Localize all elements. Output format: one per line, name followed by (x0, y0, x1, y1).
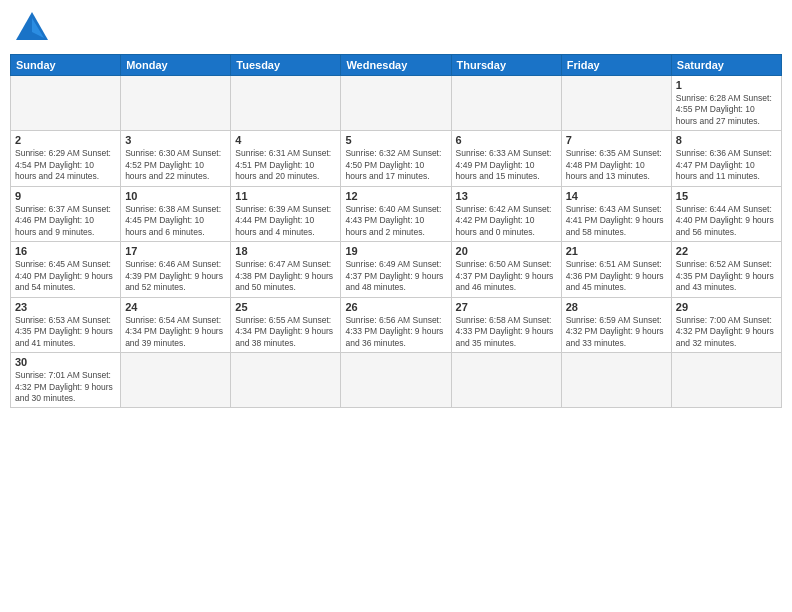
weekday-header-tuesday: Tuesday (231, 55, 341, 76)
weekday-header-saturday: Saturday (671, 55, 781, 76)
day-number: 22 (676, 245, 777, 257)
day-number: 28 (566, 301, 667, 313)
weekday-header-friday: Friday (561, 55, 671, 76)
calendar-cell: 2Sunrise: 6:29 AM Sunset: 4:54 PM Daylig… (11, 131, 121, 186)
calendar-cell: 22Sunrise: 6:52 AM Sunset: 4:35 PM Dayli… (671, 242, 781, 297)
day-number: 19 (345, 245, 446, 257)
calendar-week-row: 30Sunrise: 7:01 AM Sunset: 4:32 PM Dayli… (11, 353, 782, 408)
weekday-header-monday: Monday (121, 55, 231, 76)
calendar-cell: 6Sunrise: 6:33 AM Sunset: 4:49 PM Daylig… (451, 131, 561, 186)
day-number: 14 (566, 190, 667, 202)
calendar-cell: 14Sunrise: 6:43 AM Sunset: 4:41 PM Dayli… (561, 186, 671, 241)
day-info: Sunrise: 6:36 AM Sunset: 4:47 PM Dayligh… (676, 148, 777, 182)
day-number: 13 (456, 190, 557, 202)
calendar-cell: 25Sunrise: 6:55 AM Sunset: 4:34 PM Dayli… (231, 297, 341, 352)
calendar-week-row: 16Sunrise: 6:45 AM Sunset: 4:40 PM Dayli… (11, 242, 782, 297)
calendar-week-row: 23Sunrise: 6:53 AM Sunset: 4:35 PM Dayli… (11, 297, 782, 352)
day-info: Sunrise: 6:47 AM Sunset: 4:38 PM Dayligh… (235, 259, 336, 293)
weekday-header-wednesday: Wednesday (341, 55, 451, 76)
day-number: 4 (235, 134, 336, 146)
calendar-cell: 9Sunrise: 6:37 AM Sunset: 4:46 PM Daylig… (11, 186, 121, 241)
day-number: 2 (15, 134, 116, 146)
day-info: Sunrise: 6:51 AM Sunset: 4:36 PM Dayligh… (566, 259, 667, 293)
day-number: 16 (15, 245, 116, 257)
day-info: Sunrise: 6:58 AM Sunset: 4:33 PM Dayligh… (456, 315, 557, 349)
calendar-cell: 23Sunrise: 6:53 AM Sunset: 4:35 PM Dayli… (11, 297, 121, 352)
day-number: 24 (125, 301, 226, 313)
calendar-cell (451, 76, 561, 131)
day-info: Sunrise: 6:46 AM Sunset: 4:39 PM Dayligh… (125, 259, 226, 293)
day-info: Sunrise: 6:54 AM Sunset: 4:34 PM Dayligh… (125, 315, 226, 349)
day-number: 18 (235, 245, 336, 257)
calendar-cell: 1Sunrise: 6:28 AM Sunset: 4:55 PM Daylig… (671, 76, 781, 131)
day-number: 9 (15, 190, 116, 202)
day-number: 29 (676, 301, 777, 313)
day-number: 7 (566, 134, 667, 146)
calendar-cell (671, 353, 781, 408)
day-number: 20 (456, 245, 557, 257)
day-info: Sunrise: 6:59 AM Sunset: 4:32 PM Dayligh… (566, 315, 667, 349)
day-info: Sunrise: 6:35 AM Sunset: 4:48 PM Dayligh… (566, 148, 667, 182)
day-number: 12 (345, 190, 446, 202)
day-number: 27 (456, 301, 557, 313)
day-info: Sunrise: 6:31 AM Sunset: 4:51 PM Dayligh… (235, 148, 336, 182)
day-number: 23 (15, 301, 116, 313)
calendar-cell: 4Sunrise: 6:31 AM Sunset: 4:51 PM Daylig… (231, 131, 341, 186)
calendar-cell (561, 76, 671, 131)
calendar-cell: 7Sunrise: 6:35 AM Sunset: 4:48 PM Daylig… (561, 131, 671, 186)
calendar-cell: 20Sunrise: 6:50 AM Sunset: 4:37 PM Dayli… (451, 242, 561, 297)
day-info: Sunrise: 7:00 AM Sunset: 4:32 PM Dayligh… (676, 315, 777, 349)
day-info: Sunrise: 6:39 AM Sunset: 4:44 PM Dayligh… (235, 204, 336, 238)
calendar-cell: 13Sunrise: 6:42 AM Sunset: 4:42 PM Dayli… (451, 186, 561, 241)
calendar-cell: 19Sunrise: 6:49 AM Sunset: 4:37 PM Dayli… (341, 242, 451, 297)
day-info: Sunrise: 6:42 AM Sunset: 4:42 PM Dayligh… (456, 204, 557, 238)
calendar-cell (561, 353, 671, 408)
calendar-cell: 21Sunrise: 6:51 AM Sunset: 4:36 PM Dayli… (561, 242, 671, 297)
calendar-cell: 18Sunrise: 6:47 AM Sunset: 4:38 PM Dayli… (231, 242, 341, 297)
logo (10, 10, 50, 46)
weekday-header-thursday: Thursday (451, 55, 561, 76)
calendar-cell (341, 353, 451, 408)
calendar-cell: 27Sunrise: 6:58 AM Sunset: 4:33 PM Dayli… (451, 297, 561, 352)
day-info: Sunrise: 6:50 AM Sunset: 4:37 PM Dayligh… (456, 259, 557, 293)
calendar-cell (451, 353, 561, 408)
calendar-week-row: 9Sunrise: 6:37 AM Sunset: 4:46 PM Daylig… (11, 186, 782, 241)
day-info: Sunrise: 6:52 AM Sunset: 4:35 PM Dayligh… (676, 259, 777, 293)
day-info: Sunrise: 6:56 AM Sunset: 4:33 PM Dayligh… (345, 315, 446, 349)
day-number: 3 (125, 134, 226, 146)
calendar-cell: 29Sunrise: 7:00 AM Sunset: 4:32 PM Dayli… (671, 297, 781, 352)
day-number: 25 (235, 301, 336, 313)
weekday-header-sunday: Sunday (11, 55, 121, 76)
calendar-cell: 8Sunrise: 6:36 AM Sunset: 4:47 PM Daylig… (671, 131, 781, 186)
day-info: Sunrise: 6:45 AM Sunset: 4:40 PM Dayligh… (15, 259, 116, 293)
day-info: Sunrise: 6:40 AM Sunset: 4:43 PM Dayligh… (345, 204, 446, 238)
day-number: 17 (125, 245, 226, 257)
day-number: 21 (566, 245, 667, 257)
page: SundayMondayTuesdayWednesdayThursdayFrid… (0, 0, 792, 612)
calendar-cell: 24Sunrise: 6:54 AM Sunset: 4:34 PM Dayli… (121, 297, 231, 352)
day-info: Sunrise: 7:01 AM Sunset: 4:32 PM Dayligh… (15, 370, 116, 404)
weekday-header-row: SundayMondayTuesdayWednesdayThursdayFrid… (11, 55, 782, 76)
day-info: Sunrise: 6:38 AM Sunset: 4:45 PM Dayligh… (125, 204, 226, 238)
calendar-cell: 11Sunrise: 6:39 AM Sunset: 4:44 PM Dayli… (231, 186, 341, 241)
calendar-cell: 17Sunrise: 6:46 AM Sunset: 4:39 PM Dayli… (121, 242, 231, 297)
calendar-cell: 16Sunrise: 6:45 AM Sunset: 4:40 PM Dayli… (11, 242, 121, 297)
calendar-cell: 12Sunrise: 6:40 AM Sunset: 4:43 PM Dayli… (341, 186, 451, 241)
logo-icon (14, 10, 50, 46)
calendar-cell (121, 353, 231, 408)
calendar-cell: 3Sunrise: 6:30 AM Sunset: 4:52 PM Daylig… (121, 131, 231, 186)
calendar-week-row: 1Sunrise: 6:28 AM Sunset: 4:55 PM Daylig… (11, 76, 782, 131)
header (10, 10, 782, 46)
calendar-cell: 5Sunrise: 6:32 AM Sunset: 4:50 PM Daylig… (341, 131, 451, 186)
calendar-cell (121, 76, 231, 131)
day-number: 11 (235, 190, 336, 202)
day-number: 10 (125, 190, 226, 202)
calendar-cell: 10Sunrise: 6:38 AM Sunset: 4:45 PM Dayli… (121, 186, 231, 241)
calendar-cell: 15Sunrise: 6:44 AM Sunset: 4:40 PM Dayli… (671, 186, 781, 241)
calendar-table: SundayMondayTuesdayWednesdayThursdayFrid… (10, 54, 782, 408)
day-number: 8 (676, 134, 777, 146)
day-info: Sunrise: 6:30 AM Sunset: 4:52 PM Dayligh… (125, 148, 226, 182)
day-info: Sunrise: 6:53 AM Sunset: 4:35 PM Dayligh… (15, 315, 116, 349)
day-number: 5 (345, 134, 446, 146)
day-info: Sunrise: 6:29 AM Sunset: 4:54 PM Dayligh… (15, 148, 116, 182)
